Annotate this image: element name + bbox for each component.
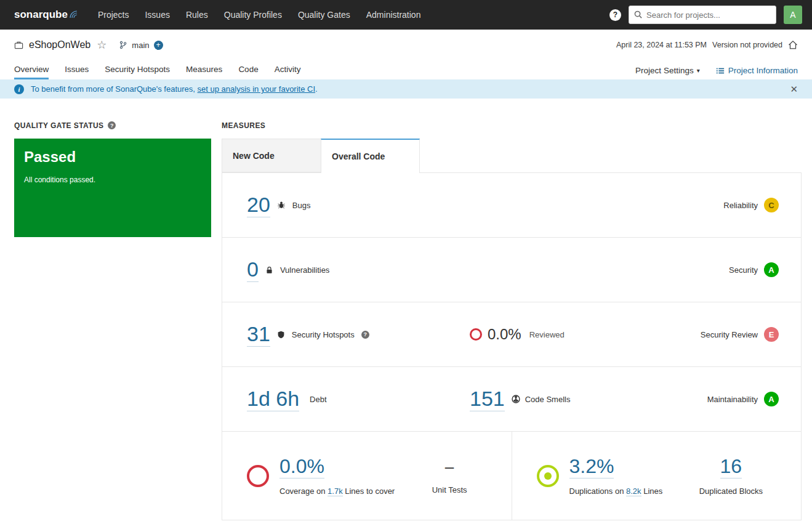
quality-gate-help-icon[interactable]: ? [108,121,116,129]
tab-overall-code[interactable]: Overall Code [321,139,420,173]
branch-icon [119,41,127,49]
nav-item-quality-profiles[interactable]: Quality Profiles [224,10,282,20]
coverage-caption: Coverage on 1.7k Lines to cover [279,487,395,496]
lock-icon [265,266,273,274]
analysis-date: April 23, 2024 at 11:53 PM [616,41,707,49]
reviewed-percentage: 0.0% [488,326,521,343]
quality-gate-description: All conditions passed. [24,176,201,184]
reviewed-label: Reviewed [529,330,565,339]
ci-setup-link[interactable]: set up analysis in your favorite CI [198,84,315,94]
code-smells-icon [512,395,520,403]
measure-row-maintainability: 1d 6h Debt 151 Code Smells [222,367,801,432]
duplications-caption: Duplications on 8.2k Lines [569,487,663,496]
chevron-down-icon: ▾ [697,67,700,74]
measures-section: MEASURES New Code Overall Code 20 [222,121,802,520]
hotspots-count-link[interactable]: 31 [247,322,270,347]
main-menu: Projects Issues Rules Quality Profiles Q… [98,10,421,20]
duplicated-blocks-group: 16 Duplicated Blocks [699,456,763,495]
duplicated-lines-link[interactable]: 8.2k [626,487,641,496]
unit-tests-group: – Unit Tests [432,457,467,495]
tab-security-hotspots[interactable]: Security Hotspots [105,65,170,79]
code-smells-count-link[interactable]: 151 [470,387,505,411]
reliability-label: Reliability [723,201,758,210]
project-icon [14,41,23,50]
top-navigation: sonarqube Projects Issues Rules Quality … [0,0,812,30]
project-settings-label: Project Settings [635,66,694,75]
tab-activity[interactable]: Activity [275,65,301,79]
banner-text: To benefit from more of SonarQube's feat… [31,84,318,94]
shield-icon [277,331,285,339]
tab-issues[interactable]: Issues [65,65,89,79]
vulnerabilities-label: Vulnerabilities [280,265,329,275]
quality-gate-column: QUALITY GATE STATUS ? Passed All conditi… [14,121,211,520]
unit-tests-value: – [445,457,454,478]
vulnerabilities-count-link[interactable]: 0 [247,257,259,282]
measures-tabs: New Code Overall Code [222,139,802,172]
nav-item-rules[interactable]: Rules [186,10,208,20]
security-rating-badge[interactable]: A [764,262,779,277]
quality-gate-status-card: Passed All conditions passed. [14,139,211,237]
measure-row-vulnerabilities: 0 Vulnerabilities Security A [222,238,801,302]
project-information-label: Project Information [728,66,798,75]
ci-setup-banner: i To benefit from more of SonarQube's fe… [0,79,812,99]
tab-code[interactable]: Code [238,65,258,79]
search-icon [633,10,643,19]
unit-tests-label: Unit Tests [432,485,467,495]
tab-overview[interactable]: Overview [14,65,49,79]
measure-row-bugs: 20 Bugs Reliability C [222,173,801,238]
nav-item-administration[interactable]: Administration [366,10,421,20]
project-tab-bar: Overview Issues Security Hotspots Measur… [0,60,812,79]
tab-new-code[interactable]: New Code [222,139,321,172]
project-settings-dropdown[interactable]: Project Settings ▾ [635,66,700,75]
bugs-count-link[interactable]: 20 [247,193,270,217]
overview-content: QUALITY GATE STATUS ? Passed All conditi… [0,99,812,520]
coverage-duplications-row: 0.0% Coverage on 1.7k Lines to cover – U… [222,432,801,520]
bug-icon [277,201,286,209]
sonarqube-logo[interactable]: sonarqube [14,9,79,22]
duplications-ring-icon [537,465,559,487]
nav-item-projects[interactable]: Projects [98,10,129,20]
maintainability-rating-badge[interactable]: A [764,392,779,406]
favorite-star-icon[interactable]: ☆ [97,39,107,50]
project-search [629,6,776,24]
security-review-rating-badge[interactable]: E [764,327,779,342]
duplications-half: 3.2% Duplications on 8.2k Lines 16 Dupli… [512,432,802,520]
duplicated-blocks-label: Duplicated Blocks [699,487,763,496]
hotspots-help-icon[interactable]: ? [361,331,369,339]
code-smells-label: Code Smells [525,395,571,404]
close-icon[interactable]: ✕ [790,84,798,95]
sonarqube-swoosh-icon [70,9,79,22]
debt-label: Debt [310,395,326,404]
brand-text: sonarqube [14,9,68,21]
add-branch-icon[interactable]: + [154,41,163,50]
version-label: Version not provided [712,41,782,49]
duplications-percentage-link[interactable]: 3.2% [569,456,614,478]
list-icon [716,67,725,75]
maintainability-label: Maintainability [707,395,758,404]
nav-item-issues[interactable]: Issues [145,10,169,20]
hotspots-label: Security Hotspots [292,330,355,339]
nav-item-quality-gates[interactable]: Quality Gates [298,10,350,20]
coverage-percentage-link[interactable]: 0.0% [279,456,324,478]
user-avatar[interactable]: A [784,6,802,24]
reviewed-ring-icon [470,328,482,341]
bugs-label: Bugs [292,201,311,210]
lines-to-cover-link[interactable]: 1.7k [328,487,343,496]
project-header: eShopOnWeb ☆ main + April 23, 2024 at 11… [0,30,812,60]
quality-gate-heading: QUALITY GATE STATUS [14,121,103,130]
tab-measures[interactable]: Measures [186,65,222,79]
branch-selector[interactable]: main [132,41,149,50]
measures-panel: 20 Bugs Reliability C [222,172,802,520]
reliability-rating-badge[interactable]: C [764,198,779,212]
page-title: eShopOnWeb [29,39,90,50]
coverage-half: 0.0% Coverage on 1.7k Lines to cover – U… [222,432,512,520]
search-input[interactable] [629,6,776,24]
help-icon[interactable]: ? [609,9,621,21]
info-icon: i [14,84,24,94]
debt-link[interactable]: 1d 6h [247,387,299,411]
security-label: Security [729,265,758,275]
security-review-label: Security Review [701,330,758,339]
project-information-button[interactable]: Project Information [716,66,798,75]
home-icon[interactable] [788,40,798,50]
duplicated-blocks-link[interactable]: 16 [720,456,742,478]
